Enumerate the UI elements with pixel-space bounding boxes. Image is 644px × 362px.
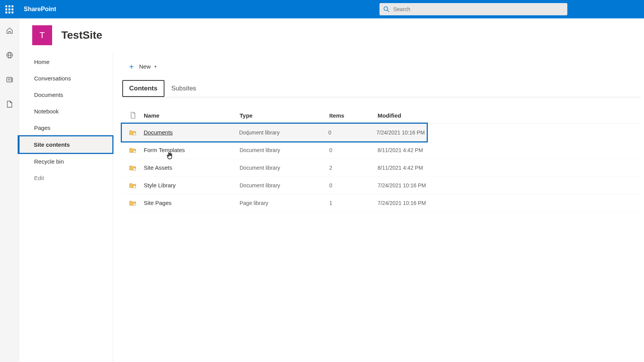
list-row[interactable]: Site AssetsDocument library28/11/2021 4:… bbox=[122, 159, 641, 177]
new-button-label: New bbox=[139, 63, 151, 70]
row-name-link[interactable]: Site Pages bbox=[144, 200, 172, 206]
column-header-name[interactable]: Name bbox=[144, 112, 240, 119]
row-name-link[interactable]: Style Library bbox=[144, 182, 176, 188]
row-name-link[interactable]: Form Templates bbox=[144, 147, 185, 153]
list-header: Name Type Items Modified bbox=[122, 108, 641, 124]
rail-global-button[interactable] bbox=[3, 49, 16, 61]
row-items: 2 bbox=[329, 165, 378, 171]
tab-subsites[interactable]: Subsites bbox=[164, 80, 203, 97]
plus-icon: ＋ bbox=[128, 61, 135, 72]
library-icon bbox=[122, 147, 144, 154]
row-modified: 7/24/2021 10:16 PM bbox=[378, 200, 427, 206]
row-type: Document library bbox=[240, 147, 329, 153]
svg-rect-12 bbox=[133, 203, 136, 206]
svg-rect-8 bbox=[133, 133, 136, 135]
search-input[interactable] bbox=[393, 6, 564, 12]
row-name-link[interactable]: Documents bbox=[144, 129, 173, 136]
page-main: ＋ New ▾ Contents Subsites Name bbox=[113, 52, 644, 362]
row-modified: 7/24/2021 10:16 PM bbox=[378, 182, 427, 188]
rail-news-button[interactable] bbox=[3, 74, 16, 86]
row-items: 1 bbox=[329, 200, 378, 206]
rail-files-button[interactable] bbox=[3, 98, 16, 110]
suite-header: SharePoint bbox=[0, 0, 644, 18]
row-items: 0 bbox=[329, 147, 378, 153]
tab-contents[interactable]: Contents bbox=[122, 80, 164, 97]
nav-item-recycle-bin[interactable]: Recycle bin bbox=[19, 153, 113, 170]
search-box[interactable] bbox=[380, 3, 567, 15]
site-logo[interactable]: T bbox=[32, 25, 52, 45]
app-launcher-button[interactable] bbox=[0, 0, 18, 18]
nav-item-conversations[interactable]: Conversations bbox=[19, 70, 113, 87]
library-icon bbox=[122, 200, 144, 206]
row-more-button[interactable]: ⋮ bbox=[243, 129, 253, 136]
list-row[interactable]: Documents⋮Document library07/24/2021 10:… bbox=[122, 124, 426, 141]
tabs: Contents Subsites bbox=[122, 80, 641, 97]
column-header-items[interactable]: Items bbox=[329, 112, 378, 119]
svg-line-1 bbox=[388, 10, 389, 12]
command-bar: ＋ New ▾ bbox=[122, 57, 641, 80]
search-icon bbox=[383, 6, 389, 12]
row-name-link[interactable]: Site Assets bbox=[144, 164, 172, 171]
left-navigation: Home Conversations Documents Notebook Pa… bbox=[19, 52, 113, 362]
row-items: 0 bbox=[329, 182, 378, 188]
row-type: Page library bbox=[240, 200, 329, 206]
svg-rect-10 bbox=[133, 168, 136, 170]
row-modified: 8/11/2021 4:42 PM bbox=[378, 147, 427, 153]
rail-home-button[interactable] bbox=[3, 25, 16, 37]
library-icon bbox=[122, 129, 144, 136]
row-type: Document library bbox=[240, 165, 329, 171]
nav-item-site-contents[interactable]: Site contents bbox=[19, 136, 112, 153]
row-items: 0 bbox=[329, 129, 376, 136]
row-type: Document library bbox=[240, 182, 329, 188]
row-modified: 7/24/2021 10:16 PM bbox=[376, 129, 426, 136]
brand-label[interactable]: SharePoint bbox=[18, 6, 56, 13]
list-row[interactable]: Style LibraryDocument library07/24/2021 … bbox=[122, 177, 641, 194]
nav-item-documents[interactable]: Documents bbox=[19, 87, 113, 103]
contents-list: Name Type Items Modified Documents⋮Docum… bbox=[122, 108, 641, 212]
svg-rect-5 bbox=[7, 77, 12, 82]
nav-edit-link[interactable]: Edit bbox=[19, 170, 113, 186]
site-header: T TestSite bbox=[19, 18, 644, 52]
svg-rect-11 bbox=[133, 185, 136, 188]
home-icon bbox=[6, 27, 13, 34]
file-icon bbox=[6, 100, 13, 108]
globe-icon bbox=[6, 51, 13, 59]
list-row[interactable]: Site PagesPage library17/24/2021 10:16 P… bbox=[122, 194, 641, 212]
library-icon bbox=[122, 164, 144, 171]
new-button[interactable]: ＋ New ▾ bbox=[125, 59, 159, 74]
nav-highlight-annotation: Site contents bbox=[18, 135, 113, 154]
nav-item-notebook[interactable]: Notebook bbox=[19, 103, 113, 120]
app-rail bbox=[0, 18, 19, 362]
news-icon bbox=[6, 76, 13, 84]
nav-item-pages[interactable]: Pages bbox=[19, 120, 113, 136]
column-header-icon[interactable] bbox=[122, 112, 144, 119]
site-title[interactable]: TestSite bbox=[61, 29, 102, 41]
row-modified: 8/11/2021 4:42 PM bbox=[378, 165, 427, 171]
column-header-type[interactable]: Type bbox=[240, 112, 329, 119]
chevron-down-icon: ▾ bbox=[154, 64, 156, 69]
svg-rect-9 bbox=[133, 150, 136, 153]
document-icon bbox=[130, 112, 136, 119]
library-icon bbox=[122, 182, 144, 189]
waffle-icon bbox=[5, 5, 13, 13]
nav-item-home[interactable]: Home bbox=[19, 54, 113, 70]
svg-point-0 bbox=[384, 7, 388, 11]
column-header-modified[interactable]: Modified bbox=[378, 112, 427, 119]
list-row[interactable]: Form TemplatesDocument library08/11/2021… bbox=[122, 141, 641, 159]
